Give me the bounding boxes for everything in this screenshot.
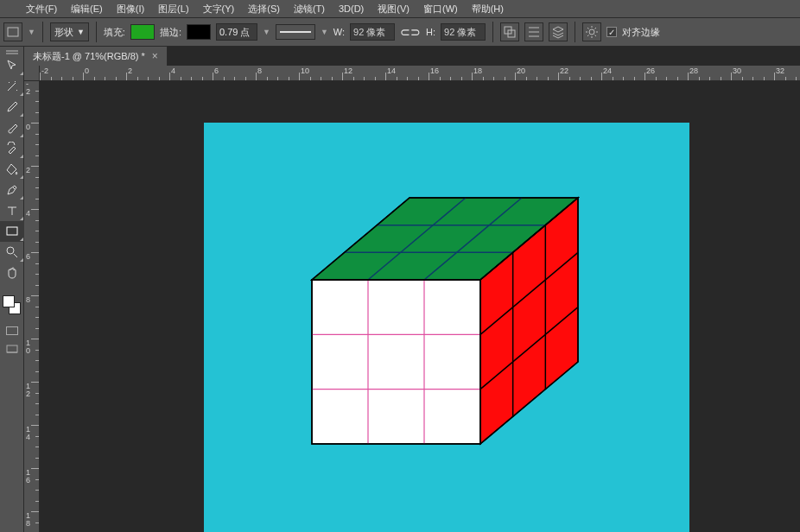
svg-marker-9 (312, 280, 480, 444)
link-wh-icon[interactable]: ⊂⊃ (400, 25, 421, 39)
width-field[interactable]: 92 像素 (350, 23, 395, 41)
h-label: H: (426, 27, 435, 37)
height-field[interactable]: 92 像素 (441, 23, 486, 41)
path-arrange-button[interactable] (549, 22, 568, 41)
close-icon[interactable]: × (152, 50, 158, 62)
align-edges-label: 对齐边缘 (622, 26, 660, 39)
eyedropper-icon (5, 100, 19, 114)
separator (42, 22, 43, 42)
shape-mode-label: 形状 (54, 26, 73, 39)
pen-tool[interactable] (0, 180, 24, 200)
tab-bar-empty (168, 47, 800, 66)
bucket-icon (5, 162, 19, 176)
stroke-width-field[interactable]: 0.79 点 (216, 23, 257, 41)
menu-file[interactable]: 文件(F) (19, 0, 64, 18)
screen-icon (5, 343, 19, 357)
svg-rect-4 (7, 227, 17, 235)
viewport[interactable] (40, 81, 800, 532)
menu-filter[interactable]: 滤镜(T) (287, 0, 332, 18)
svg-point-3 (589, 29, 594, 35)
options-bar: ▼ 形状 ▼ 填充: 描边: 0.79 点 ▼ ▼ W: 92 像素 ⊂⊃ H:… (0, 17, 800, 47)
zoom-tool[interactable] (0, 242, 24, 263)
document-tab-title: 未标题-1 @ 71%(RGB/8) * (33, 50, 145, 63)
foreground-color-swatch[interactable] (3, 295, 15, 307)
cube-artwork (308, 193, 593, 461)
wand-icon (5, 79, 19, 93)
rectangle-tool[interactable] (0, 221, 24, 242)
square-overlap-icon (503, 25, 517, 39)
chevron-down-icon[interactable]: ▼ (28, 28, 35, 36)
rectangle-icon (6, 25, 20, 39)
magic-wand-tool[interactable] (0, 76, 24, 97)
document-tab[interactable]: 未标题-1 @ 71%(RGB/8) * × (24, 47, 168, 66)
brush-tool[interactable] (0, 117, 24, 138)
quick-mask-toggle[interactable] (0, 321, 24, 340)
gear-button[interactable] (582, 22, 601, 41)
menu-help[interactable]: 帮助(H) (465, 0, 511, 18)
menu-3d[interactable]: 3D(D) (332, 1, 371, 16)
menu-window[interactable]: 窗口(W) (416, 0, 465, 18)
menu-edit[interactable]: 编辑(E) (64, 0, 110, 18)
menu-type[interactable]: 文字(Y) (196, 0, 242, 18)
workspace: -20246810121416182022242628303234 -20246… (24, 66, 800, 532)
move-tool[interactable] (0, 55, 24, 76)
history-brush-tool[interactable] (0, 138, 24, 159)
gear-icon (585, 25, 599, 39)
svg-rect-6 (7, 345, 17, 352)
shape-mode-dropdown[interactable]: 形状 ▼ (50, 22, 89, 41)
tool-preset-picker[interactable] (3, 22, 22, 41)
history-brush-icon (5, 142, 19, 155)
stroke-style-dropdown[interactable] (276, 24, 315, 40)
ruler-horizontal[interactable]: -20246810121416182022242628303234 (40, 66, 800, 81)
pen-icon (5, 183, 19, 197)
chevron-down-icon: ▼ (77, 28, 85, 36)
chevron-down-icon[interactable]: ▼ (321, 28, 328, 36)
menu-image[interactable]: 图像(I) (110, 0, 151, 18)
menu-select[interactable]: 选择(S) (241, 0, 287, 18)
separator (492, 22, 493, 42)
foreground-background-colors[interactable] (0, 292, 24, 321)
move-icon (5, 59, 19, 73)
type-tool[interactable] (0, 200, 24, 221)
w-label: W: (333, 27, 345, 37)
hand-icon (5, 266, 19, 280)
ruler-vertical[interactable]: -202468101214161820 (24, 81, 40, 532)
fill-color-swatch[interactable] (130, 24, 155, 40)
menu-layer[interactable]: 图层(L) (151, 0, 195, 18)
stroke-color-swatch[interactable] (187, 24, 211, 40)
fill-label: 填充: (104, 26, 125, 39)
brush-icon (5, 121, 19, 135)
path-align-button[interactable] (524, 22, 543, 41)
menu-view[interactable]: 视图(V) (371, 0, 416, 18)
stack-icon (551, 25, 565, 39)
canvas[interactable] (204, 123, 689, 532)
separator (96, 22, 97, 42)
document-tab-bar: 未标题-1 @ 71%(RGB/8) * × (24, 47, 800, 66)
path-combine-button[interactable] (500, 22, 519, 41)
eyedropper-tool[interactable] (0, 97, 24, 117)
stroke-label: 描边: (160, 26, 181, 39)
ruler-corner (24, 66, 40, 81)
align-edges-checkbox[interactable] (606, 27, 617, 37)
chevron-down-icon[interactable]: ▼ (263, 28, 270, 36)
separator (575, 22, 575, 42)
svg-point-5 (7, 247, 14, 254)
zoom-icon (5, 245, 19, 259)
rectangle-icon (5, 225, 19, 238)
panel-grip[interactable] (0, 47, 23, 55)
tools-panel (0, 47, 24, 532)
gradient-tool[interactable] (0, 159, 24, 180)
hand-tool[interactable] (0, 263, 24, 283)
align-icon (527, 25, 541, 39)
menu-bar: 文件(F) 编辑(E) 图像(I) 图层(L) 文字(Y) 选择(S) 滤镜(T… (0, 0, 800, 17)
screen-mode-toggle[interactable] (0, 340, 24, 359)
svg-rect-0 (8, 28, 18, 36)
type-icon (5, 204, 19, 218)
